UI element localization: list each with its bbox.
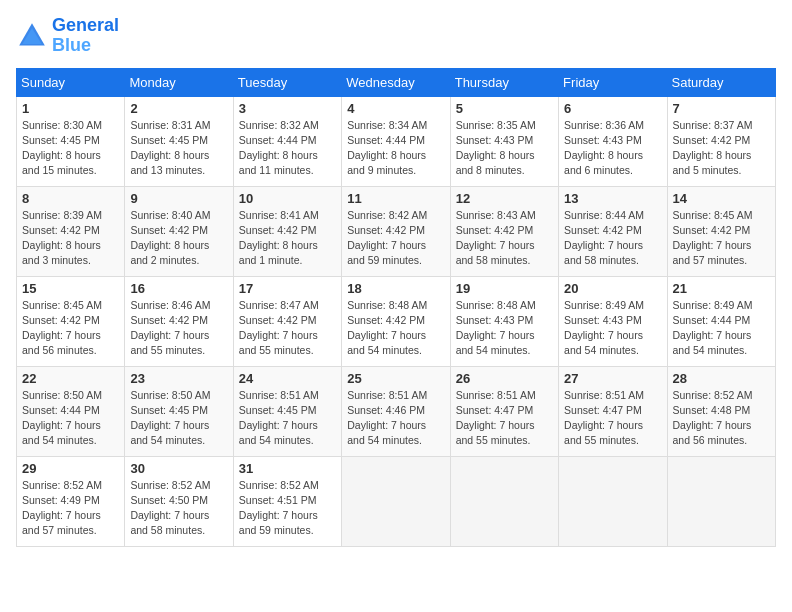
calendar-header-cell: Wednesday xyxy=(342,68,450,96)
calendar-cell: 23Sunrise: 8:50 AMSunset: 4:45 PMDayligh… xyxy=(125,366,233,456)
calendar-cell: 30Sunrise: 8:52 AMSunset: 4:50 PMDayligh… xyxy=(125,456,233,546)
calendar-body: 1Sunrise: 8:30 AMSunset: 4:45 PMDaylight… xyxy=(17,96,776,546)
calendar-cell: 11Sunrise: 8:42 AMSunset: 4:42 PMDayligh… xyxy=(342,186,450,276)
page-header: General Blue xyxy=(16,16,776,56)
calendar-header-cell: Monday xyxy=(125,68,233,96)
calendar-table: SundayMondayTuesdayWednesdayThursdayFrid… xyxy=(16,68,776,547)
calendar-cell: 29Sunrise: 8:52 AMSunset: 4:49 PMDayligh… xyxy=(17,456,125,546)
calendar-cell: 15Sunrise: 8:45 AMSunset: 4:42 PMDayligh… xyxy=(17,276,125,366)
calendar-header-row: SundayMondayTuesdayWednesdayThursdayFrid… xyxy=(17,68,776,96)
calendar-cell: 19Sunrise: 8:48 AMSunset: 4:43 PMDayligh… xyxy=(450,276,558,366)
calendar-cell: 16Sunrise: 8:46 AMSunset: 4:42 PMDayligh… xyxy=(125,276,233,366)
calendar-cell: 21Sunrise: 8:49 AMSunset: 4:44 PMDayligh… xyxy=(667,276,775,366)
calendar-header-cell: Saturday xyxy=(667,68,775,96)
calendar-header-cell: Friday xyxy=(559,68,667,96)
calendar-cell: 20Sunrise: 8:49 AMSunset: 4:43 PMDayligh… xyxy=(559,276,667,366)
calendar-cell: 25Sunrise: 8:51 AMSunset: 4:46 PMDayligh… xyxy=(342,366,450,456)
calendar-cell: 27Sunrise: 8:51 AMSunset: 4:47 PMDayligh… xyxy=(559,366,667,456)
calendar-cell: 31Sunrise: 8:52 AMSunset: 4:51 PMDayligh… xyxy=(233,456,341,546)
calendar-cell: 22Sunrise: 8:50 AMSunset: 4:44 PMDayligh… xyxy=(17,366,125,456)
calendar-header-cell: Tuesday xyxy=(233,68,341,96)
calendar-cell xyxy=(667,456,775,546)
calendar-cell: 6Sunrise: 8:36 AMSunset: 4:43 PMDaylight… xyxy=(559,96,667,186)
calendar-cell: 4Sunrise: 8:34 AMSunset: 4:44 PMDaylight… xyxy=(342,96,450,186)
calendar-cell: 1Sunrise: 8:30 AMSunset: 4:45 PMDaylight… xyxy=(17,96,125,186)
logo-text: General Blue xyxy=(52,16,119,56)
calendar-cell: 17Sunrise: 8:47 AMSunset: 4:42 PMDayligh… xyxy=(233,276,341,366)
logo: General Blue xyxy=(16,16,119,56)
calendar-cell: 9Sunrise: 8:40 AMSunset: 4:42 PMDaylight… xyxy=(125,186,233,276)
calendar-cell xyxy=(559,456,667,546)
calendar-header-cell: Sunday xyxy=(17,68,125,96)
calendar-cell: 13Sunrise: 8:44 AMSunset: 4:42 PMDayligh… xyxy=(559,186,667,276)
calendar-cell: 2Sunrise: 8:31 AMSunset: 4:45 PMDaylight… xyxy=(125,96,233,186)
calendar-cell: 10Sunrise: 8:41 AMSunset: 4:42 PMDayligh… xyxy=(233,186,341,276)
calendar-cell: 7Sunrise: 8:37 AMSunset: 4:42 PMDaylight… xyxy=(667,96,775,186)
calendar-cell: 24Sunrise: 8:51 AMSunset: 4:45 PMDayligh… xyxy=(233,366,341,456)
calendar-cell: 18Sunrise: 8:48 AMSunset: 4:42 PMDayligh… xyxy=(342,276,450,366)
calendar-cell: 26Sunrise: 8:51 AMSunset: 4:47 PMDayligh… xyxy=(450,366,558,456)
calendar-cell xyxy=(342,456,450,546)
calendar-cell: 8Sunrise: 8:39 AMSunset: 4:42 PMDaylight… xyxy=(17,186,125,276)
calendar-cell: 28Sunrise: 8:52 AMSunset: 4:48 PMDayligh… xyxy=(667,366,775,456)
calendar-cell: 12Sunrise: 8:43 AMSunset: 4:42 PMDayligh… xyxy=(450,186,558,276)
logo-icon xyxy=(16,20,48,52)
calendar-cell xyxy=(450,456,558,546)
calendar-cell: 5Sunrise: 8:35 AMSunset: 4:43 PMDaylight… xyxy=(450,96,558,186)
calendar-header-cell: Thursday xyxy=(450,68,558,96)
calendar-cell: 3Sunrise: 8:32 AMSunset: 4:44 PMDaylight… xyxy=(233,96,341,186)
calendar-cell: 14Sunrise: 8:45 AMSunset: 4:42 PMDayligh… xyxy=(667,186,775,276)
